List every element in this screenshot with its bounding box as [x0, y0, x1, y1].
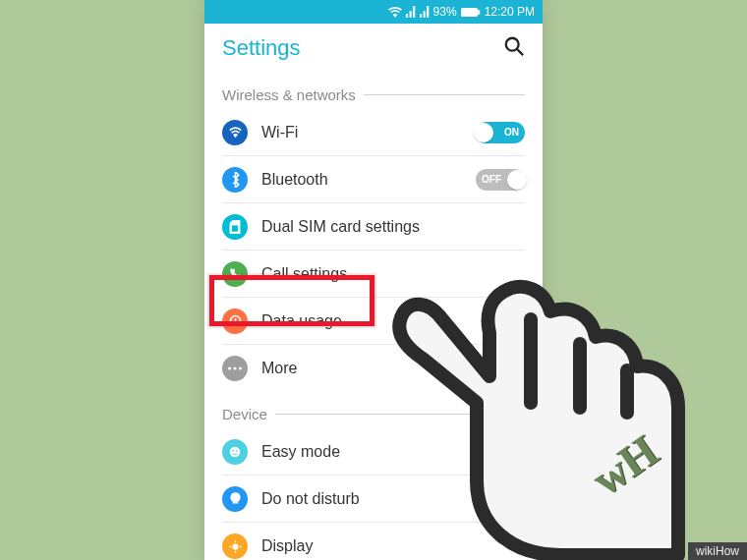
- section-header: Device: [222, 406, 525, 422]
- divider: [364, 94, 525, 95]
- svg-point-8: [239, 366, 242, 369]
- display-icon: [222, 533, 248, 559]
- row-data-usage[interactable]: Data usage: [222, 298, 525, 345]
- wifi-toggle[interactable]: ON: [476, 122, 525, 143]
- row-label: More: [261, 360, 525, 377]
- wikihow-logo: wH: [582, 424, 667, 506]
- svg-point-9: [230, 446, 241, 457]
- phone-frame: 93% 12:20 PM Settings Wireless & network…: [204, 0, 543, 560]
- clock: 12:20 PM: [485, 5, 535, 19]
- battery-icon: [461, 7, 481, 18]
- svg-point-11: [236, 449, 238, 451]
- row-label: Bluetooth: [261, 171, 462, 189]
- bluetooth-toggle[interactable]: OFF: [476, 169, 525, 191]
- svg-line-3: [517, 49, 523, 55]
- row-label: Call settings: [261, 265, 525, 283]
- more-icon: [222, 356, 248, 381]
- row-do-not-disturb[interactable]: Do not disturb: [222, 476, 525, 523]
- svg-point-10: [232, 449, 234, 451]
- row-label: Do not disturb: [261, 490, 525, 508]
- row-bluetooth[interactable]: Bluetooth OFF: [222, 156, 525, 203]
- section-title: Device: [222, 406, 267, 422]
- svg-rect-1: [478, 10, 480, 15]
- page-title: Settings: [222, 35, 301, 61]
- svg-rect-0: [461, 7, 478, 16]
- svg-point-2: [506, 38, 519, 51]
- row-call-settings[interactable]: Call settings: [222, 251, 525, 298]
- row-more[interactable]: More: [222, 345, 525, 392]
- section-device: Device Easy mode Do not disturb Display: [204, 406, 543, 560]
- wifi-icon: [222, 120, 248, 145]
- signal-1-icon: [406, 6, 416, 18]
- search-icon: [503, 35, 525, 57]
- row-wifi[interactable]: Wi-Fi ON: [222, 109, 525, 156]
- row-label: Easy mode: [261, 443, 525, 461]
- phone-icon: [222, 261, 248, 287]
- svg-point-7: [233, 366, 236, 369]
- search-button[interactable]: [503, 35, 525, 61]
- svg-point-12: [232, 543, 238, 549]
- signal-2-icon: [420, 6, 430, 18]
- row-label: Dual SIM card settings: [261, 218, 525, 236]
- data-icon: [222, 308, 248, 334]
- row-dual-sim[interactable]: Dual SIM card settings: [222, 203, 525, 251]
- row-label: Display: [261, 537, 525, 555]
- wikihow-badge: wikiHow: [688, 542, 747, 560]
- wifi-icon: [388, 6, 402, 18]
- dnd-icon: [222, 486, 248, 512]
- row-label: Wi-Fi: [261, 124, 462, 141]
- row-label: Data usage: [261, 312, 525, 330]
- section-title: Wireless & networks: [222, 86, 356, 103]
- status-bar: 93% 12:20 PM: [204, 0, 543, 24]
- svg-rect-4: [232, 225, 238, 231]
- app-header: Settings: [204, 24, 543, 73]
- section-wireless: Wireless & networks Wi-Fi ON Bluetooth O…: [204, 86, 543, 392]
- row-display[interactable]: Display: [222, 523, 525, 560]
- battery-pct: 93%: [433, 5, 457, 19]
- svg-point-6: [228, 366, 231, 369]
- sim-icon: [222, 214, 248, 240]
- bluetooth-icon: [222, 167, 248, 193]
- easy-mode-icon: [222, 439, 248, 465]
- divider: [275, 414, 525, 415]
- row-easy-mode[interactable]: Easy mode: [222, 428, 525, 476]
- section-header: Wireless & networks: [222, 86, 525, 103]
